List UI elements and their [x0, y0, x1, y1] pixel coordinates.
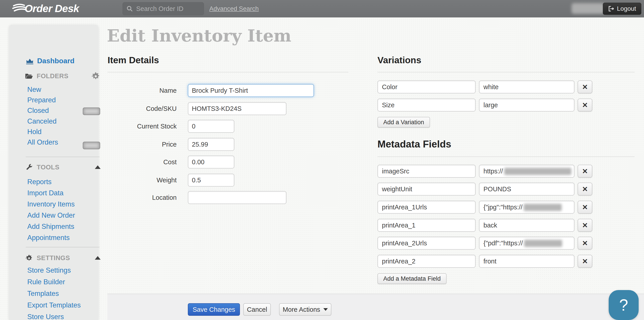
tools-collapse-icon[interactable]	[95, 165, 100, 169]
metadata-name-input[interactable]: printArea_1Urls	[378, 201, 476, 214]
metadata-value-input[interactable]: back	[479, 219, 574, 232]
price-label: Price	[103, 138, 177, 151]
cost-input[interactable]	[188, 156, 234, 168]
sidebar-item-import-data[interactable]: Import Data	[27, 189, 64, 198]
sidebar-item-inventory-items[interactable]: Inventory Items	[27, 200, 75, 209]
current-stock-label: Current Stock	[103, 120, 177, 133]
name-input[interactable]	[188, 84, 314, 97]
metadata-row: printArea_1Urls {"jpg":"https:// ✕	[378, 201, 637, 214]
add-metadata-field-button[interactable]: Add a Metadata Field	[378, 273, 446, 284]
variation-value-input[interactable]: white	[479, 80, 574, 93]
help-button[interactable]: ?	[609, 290, 639, 320]
remove-metadata-button[interactable]: ✕	[578, 237, 592, 250]
form-field-location: Location	[103, 191, 349, 204]
orderdesk-logo[interactable]: Order Desk	[12, 2, 79, 14]
sidebar-item-new[interactable]: New	[27, 85, 41, 94]
wrench-icon	[25, 164, 33, 171]
settings-collapse-icon[interactable]	[95, 256, 100, 260]
form-field-name: Name	[103, 84, 349, 97]
more-actions-button[interactable]: More Actions	[279, 303, 332, 316]
redacted-url	[504, 168, 571, 175]
metadata-name-input[interactable]: weightUnit	[378, 183, 476, 196]
location-label: Location	[103, 191, 177, 204]
settings-section-header: SETTINGS	[25, 254, 70, 262]
url-prefix: {"pdf":"https://	[484, 240, 523, 247]
sidebar-item-canceled[interactable]: Canceled	[27, 117, 56, 126]
remove-variation-button[interactable]: ✕	[578, 80, 592, 93]
dashboard-label: Dashboard	[37, 57, 74, 65]
metadata-name-input[interactable]: imageSrc	[378, 165, 476, 178]
question-mark-icon: ?	[619, 296, 628, 314]
metadata-row: imageSrc https:// ✕	[378, 165, 637, 178]
sidebar: Dashboard FOLDERS New Prepared Closed Ca…	[9, 25, 98, 320]
metadata-name-input[interactable]: printArea_2Urls	[378, 237, 476, 250]
remove-metadata-button[interactable]: ✕	[578, 219, 592, 232]
variation-name-input[interactable]: Size	[378, 98, 476, 111]
remove-metadata-button[interactable]: ✕	[578, 165, 592, 178]
sidebar-item-export-templates[interactable]: Export Templates	[27, 301, 81, 310]
x-icon: ✕	[582, 239, 588, 247]
metadata-name-input[interactable]: printArea_2	[378, 255, 476, 268]
search-input[interactable]	[136, 5, 200, 12]
metadata-value-input[interactable]: front	[479, 255, 574, 268]
remove-metadata-button[interactable]: ✕	[578, 255, 592, 268]
metadata-value-input[interactable]: {"jpg":"https://	[479, 201, 574, 214]
advanced-search-link[interactable]: Advanced Search	[209, 0, 259, 17]
current-stock-input[interactable]	[188, 120, 234, 133]
search-icon	[126, 5, 133, 12]
x-icon: ✕	[582, 258, 588, 265]
metadata-fields-heading: Metadata Fields	[378, 139, 451, 150]
x-icon: ✕	[582, 185, 588, 193]
tools-title: TOOLS	[37, 164, 60, 171]
sidebar-item-store-users[interactable]: Store Users	[27, 313, 64, 320]
remove-metadata-button[interactable]: ✕	[578, 201, 592, 214]
sidebar-item-hold[interactable]: Hold	[27, 127, 42, 136]
more-actions-label: More Actions	[283, 306, 320, 313]
sidebar-item-templates[interactable]: Templates	[27, 289, 59, 298]
folder-settings-button[interactable]	[91, 71, 100, 81]
remove-variation-button[interactable]: ✕	[578, 98, 592, 111]
metadata-value-input[interactable]: {"pdf":"https://	[479, 237, 574, 250]
sidebar-item-store-settings[interactable]: Store Settings	[27, 266, 71, 275]
sidebar-item-reports[interactable]: Reports	[27, 177, 52, 186]
logout-button[interactable]: Logout	[603, 3, 641, 15]
metadata-value-input[interactable]: https://	[479, 165, 574, 178]
variation-value-input[interactable]: large	[479, 98, 574, 111]
sidebar-item-appointments[interactable]: Appointments	[27, 233, 70, 242]
sidebar-item-add-new-order[interactable]: Add New Order	[27, 211, 75, 220]
add-variation-button[interactable]: Add a Variation	[378, 117, 430, 128]
variation-row: Color white ✕	[378, 80, 637, 93]
sidebar-item-all-orders[interactable]: All Orders	[27, 138, 58, 147]
remove-metadata-button[interactable]: ✕	[578, 183, 592, 196]
x-icon: ✕	[582, 83, 588, 91]
form-field-weight: Weight	[103, 174, 349, 187]
metadata-value-input[interactable]: POUNDS	[479, 183, 574, 196]
sidebar-item-dashboard[interactable]: Dashboard	[26, 57, 74, 65]
sidebar-divider	[26, 157, 100, 157]
price-input[interactable]	[188, 138, 234, 151]
x-icon: ✕	[582, 101, 588, 109]
logout-label: Logout	[617, 5, 636, 12]
order-search-box	[122, 2, 204, 15]
save-changes-button[interactable]: Save Changes	[188, 303, 240, 316]
weight-input[interactable]	[188, 174, 234, 187]
cancel-button[interactable]: Cancel	[243, 303, 271, 316]
sidebar-item-add-shipments[interactable]: Add Shipments	[27, 222, 74, 231]
settings-title: SETTINGS	[37, 254, 70, 262]
metadata-name-input[interactable]: printArea_1	[378, 219, 476, 232]
folders-section-header: FOLDERS	[25, 72, 68, 80]
sidebar-item-rule-builder[interactable]: Rule Builder	[27, 278, 65, 287]
code-sku-input[interactable]	[188, 102, 286, 115]
tools-section-header: TOOLS	[25, 164, 60, 171]
location-input[interactable]	[188, 191, 286, 204]
form-field-code-sku: Code/SKU	[103, 102, 349, 115]
sidebar-item-prepared[interactable]: Prepared	[27, 96, 56, 105]
topbar: Order Desk Advanced Search Logout	[0, 0, 644, 17]
logo-text: Order Desk	[24, 2, 79, 14]
caret-down-icon	[323, 308, 328, 311]
x-icon: ✕	[582, 222, 588, 229]
chart-area-icon	[26, 57, 34, 65]
variation-name-input[interactable]: Color	[378, 80, 476, 93]
x-icon: ✕	[582, 167, 588, 175]
sidebar-item-closed[interactable]: Closed	[27, 106, 49, 115]
